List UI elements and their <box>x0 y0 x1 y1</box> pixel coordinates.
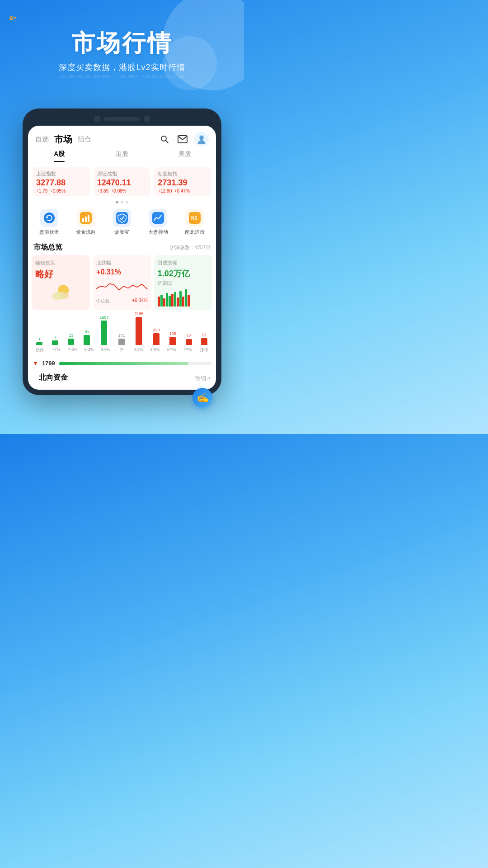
detail-link[interactable]: 明细 > <box>195 375 211 382</box>
ov-value-3: 1.02万亿 <box>158 268 209 279</box>
feat-panqian[interactable]: 盘前伏击 <box>39 209 59 236</box>
feat-label-1: 盘前伏击 <box>39 229 59 236</box>
market-overview-title: 市场总览 <box>33 243 62 252</box>
phone-screen: 自选 市场 组合 <box>28 126 216 390</box>
dist-bar-2 <box>52 340 58 345</box>
dlabel-2: >7% <box>50 347 63 353</box>
feat-nanbei[interactable]: NS 南北追击 <box>185 209 205 236</box>
version-text: 10. <box>9 16 14 21</box>
dist-col-6: 171 <box>118 333 125 345</box>
chart-label-mid: 中位数 <box>96 298 110 304</box>
header-area: 10.• 市场行情 深度买卖数据，港股Lv2实时行情 深度买卖数据，港股Lv2实… <box>0 0 244 99</box>
feature-row: 盘前伏击 资金流向 <box>28 205 216 240</box>
dist-col-9: 105 <box>169 331 176 345</box>
dist-labels-row: 跌停 >7% 7-5% 5-3% 3-0% 平 0-3% 3-5% 5-7% >… <box>32 347 212 353</box>
feat-label-4: 大盘异动 <box>148 229 168 236</box>
dist-val-11: 97 <box>202 333 206 337</box>
mail-icon[interactable] <box>176 133 189 146</box>
progress-fill <box>59 362 188 365</box>
vbar-8 <box>177 297 179 307</box>
avatar-icon[interactable] <box>194 132 209 146</box>
ov-card-wealth[interactable]: 赚钱效应 略好 <box>32 255 90 310</box>
chart-label-val: +0.34% <box>132 298 147 304</box>
sec-tab-hk[interactable]: 港股 <box>91 150 154 162</box>
dist-bar-11 <box>201 338 207 345</box>
index-change-3: +12.80 +0.47% <box>158 189 208 193</box>
nav-icons <box>158 132 209 146</box>
nav-tabs: 自选 市场 组合 <box>35 133 91 146</box>
app-topbar: 自选 市场 组合 <box>28 126 216 146</box>
vbar-11 <box>185 289 187 307</box>
dot-3 <box>126 201 128 203</box>
svg-point-0 <box>161 136 166 141</box>
down-arrow-icon: ▼ <box>33 360 38 367</box>
index-card-shanghai[interactable]: 上证指数 3277.88 +1.79 +0.05% <box>33 167 90 196</box>
ov-value-1: 略好 <box>35 268 86 280</box>
vbar-7 <box>174 292 176 307</box>
index-card-cy[interactable]: 创业板指 2731.39 +12.80 +0.47% <box>154 167 211 196</box>
dist-col-8: 328 <box>153 328 160 345</box>
index-change-1: +1.79 +0.05% <box>36 189 86 193</box>
dist-bar-10 <box>186 339 192 345</box>
vbar-3 <box>163 298 165 307</box>
index-value-1: 3277.88 <box>36 178 86 188</box>
weather-icon <box>49 282 73 302</box>
index-label-3: 创业板指 <box>158 170 208 177</box>
sec-tab-a[interactable]: A股 <box>28 150 91 162</box>
search-icon[interactable] <box>158 133 171 146</box>
dlabel-4: 5-3% <box>83 347 95 353</box>
dist-col-4: 91 <box>84 330 90 345</box>
feat-dapan[interactable]: 大盘异动 <box>148 209 168 236</box>
fab-button[interactable]: ✍ <box>192 388 212 408</box>
svg-text:NS: NS <box>191 216 197 221</box>
vbar-10 <box>182 297 184 307</box>
svg-rect-12 <box>152 212 164 224</box>
index-value-2: 12470.11 <box>97 178 147 188</box>
index-card-shenzhen[interactable]: 深证成指 12470.11 +9.89 +0.08% <box>94 167 151 196</box>
svg-rect-9 <box>85 217 87 222</box>
dist-val-3: 13 <box>69 333 73 338</box>
vbar-5 <box>169 296 171 307</box>
chart-label-row: 中位数 +0.34% <box>96 298 147 304</box>
dist-bars-container: 1 7 13 91 <box>32 314 212 345</box>
svg-rect-10 <box>88 215 89 222</box>
dist-bar-6 <box>118 339 125 345</box>
dlabel-6: 平 <box>116 347 128 353</box>
index-value-3: 2731.39 <box>158 178 208 188</box>
version-dot: • <box>14 14 16 21</box>
feat-label-2: 资金流向 <box>76 229 96 236</box>
dist-bar-7 <box>136 317 142 345</box>
feat-zhengubao[interactable]: 诊股宝 <box>113 209 131 236</box>
secondary-tabs: A股 港股 美股 <box>28 146 216 162</box>
ov-card-change[interactable]: 涨跌幅 +0.31% 中位数 +0.34% <box>93 255 151 310</box>
zhengubao-icon <box>113 209 131 227</box>
dist-col-11: 97 <box>201 333 207 345</box>
ov-label-3: 日成交额 <box>158 259 209 266</box>
dist-col-1: 1 <box>36 337 42 345</box>
index-label-2: 深证成指 <box>97 170 147 177</box>
ov-label-2: 涨跌幅 <box>96 259 147 266</box>
dist-val-7: 2185 <box>134 311 143 316</box>
ov-card-volume[interactable]: 日成交额 1.02万亿 近20日 <box>154 255 212 310</box>
dist-bar-9 <box>169 337 176 345</box>
feat-zijin[interactable]: 资金流向 <box>76 209 96 236</box>
dlabel-9: 5-7% <box>165 347 178 353</box>
dot-1 <box>116 201 118 203</box>
vbar-9 <box>179 291 182 307</box>
dlabel-11: 涨停 <box>198 347 211 353</box>
dist-bar-3 <box>68 339 74 345</box>
index-label-1: 上证指数 <box>36 170 86 177</box>
dlabel-5: 3-0% <box>99 347 112 353</box>
circle-decoration-2 <box>163 36 217 90</box>
tab-zuhe[interactable]: 组合 <box>78 135 91 144</box>
volume-bars <box>158 288 209 307</box>
overview-cards: 赚钱效应 略好 涨跌幅 +0.31% <box>28 255 216 314</box>
vbar-12 <box>188 295 190 307</box>
phone-outer: 自选 市场 组合 <box>23 108 221 395</box>
tab-market[interactable]: 市场 <box>54 133 72 146</box>
ov-label-1: 赚钱效应 <box>35 259 86 266</box>
dist-val-9: 105 <box>169 331 176 336</box>
index-cards: 上证指数 3277.88 +1.79 +0.05% 深证成指 12470.11 … <box>28 162 216 199</box>
sec-tab-us[interactable]: 美股 <box>153 150 216 162</box>
tab-zixuan[interactable]: 自选 <box>35 135 49 144</box>
